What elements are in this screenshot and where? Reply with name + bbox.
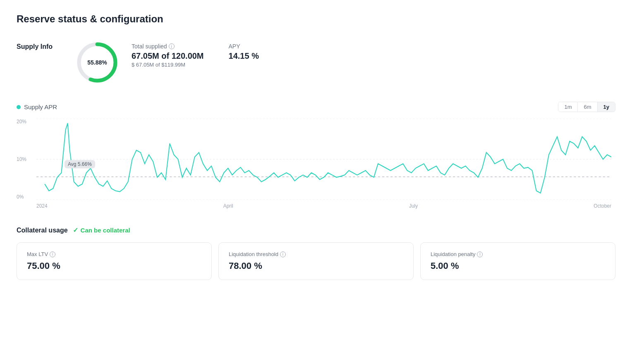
liquidation-threshold-label: Liquidation threshold i [229, 251, 403, 257]
liquidation-threshold-value: 78.00 % [229, 261, 403, 271]
liquidation-penalty-card: Liquidation penalty i 5.00 % [420, 242, 615, 280]
donut-percent-label: 55.88% [87, 59, 107, 66]
time-btn-6m[interactable]: 6m [578, 102, 597, 112]
chart-area: Avg 5.66% 2024 April July October [36, 119, 611, 210]
total-supplied-sub: $ 67.05M of $119.99M [132, 62, 204, 68]
liquidation-threshold-card: Liquidation threshold i 78.00 % [218, 242, 414, 280]
avg-badge: Avg 5.66% [65, 160, 95, 168]
x-label-july: July [409, 203, 418, 209]
chart-section: Supply APR 1m 6m 1y 20% 10% 0% Avg 5.66% [17, 102, 615, 210]
x-label-october: October [594, 203, 611, 209]
chart-legend: Supply APR [17, 103, 57, 110]
check-icon: ✓ [73, 226, 78, 234]
chart-x-labels: 2024 April July October [36, 203, 611, 209]
total-supplied-block: Total supplied i 67.05M of 120.00M $ 67.… [132, 43, 204, 68]
apy-value: 14.15 % [229, 51, 259, 61]
liquidation-threshold-info-icon[interactable]: i [280, 251, 286, 257]
max-ltv-value: 75.00 % [27, 261, 201, 271]
chart-wrapper: 20% 10% 0% Avg 5.66% 2024 April July [17, 119, 615, 210]
y-label-20: 20% [17, 119, 26, 125]
apy-block: APY 14.15 % [229, 43, 259, 68]
page-title: Reserve status & configuration [17, 13, 615, 25]
collateral-header: Collateral usage ✓ Can be collateral [17, 226, 615, 234]
collateral-badge-text: Can be collateral [81, 227, 130, 234]
liquidation-penalty-label: Liquidation penalty i [431, 251, 605, 257]
legend-dot [17, 105, 21, 109]
collateral-badge: ✓ Can be collateral [73, 226, 130, 234]
collateral-title: Collateral usage [17, 227, 68, 234]
chart-header: Supply APR 1m 6m 1y [17, 102, 615, 112]
total-supplied-info-icon[interactable]: i [169, 43, 175, 49]
time-btn-1m[interactable]: 1m [558, 102, 578, 112]
time-btn-1y[interactable]: 1y [598, 102, 615, 112]
collateral-cards: Max LTV i 75.00 % Liquidation threshold … [17, 242, 615, 280]
supply-stats: Total supplied i 67.05M of 120.00M $ 67.… [132, 40, 259, 68]
max-ltv-card: Max LTV i 75.00 % [17, 242, 212, 280]
liquidation-penalty-value: 5.00 % [431, 261, 605, 271]
chart-y-labels: 20% 10% 0% [17, 119, 26, 210]
supply-info-section: Supply Info 55.88% Total supplied i 67.0… [17, 40, 615, 85]
collateral-section: Collateral usage ✓ Can be collateral Max… [17, 226, 615, 280]
x-label-april: April [223, 203, 233, 209]
supply-donut-chart: 55.88% [74, 40, 120, 85]
liquidation-penalty-info-icon[interactable]: i [477, 251, 483, 257]
y-label-10: 10% [17, 156, 26, 162]
chart-svg [36, 119, 611, 200]
chart-legend-label: Supply APR [24, 103, 57, 110]
apy-label: APY [229, 43, 259, 50]
x-label-2024: 2024 [36, 203, 48, 209]
total-supplied-main: 67.05M of 120.00M [132, 51, 204, 61]
max-ltv-info-icon[interactable]: i [50, 251, 55, 257]
total-supplied-label: Total supplied i [132, 43, 204, 50]
supply-info-label: Supply Info [17, 40, 74, 50]
time-range-buttons: 1m 6m 1y [558, 102, 615, 112]
y-label-0: 0% [17, 194, 26, 200]
max-ltv-label: Max LTV i [27, 251, 201, 257]
